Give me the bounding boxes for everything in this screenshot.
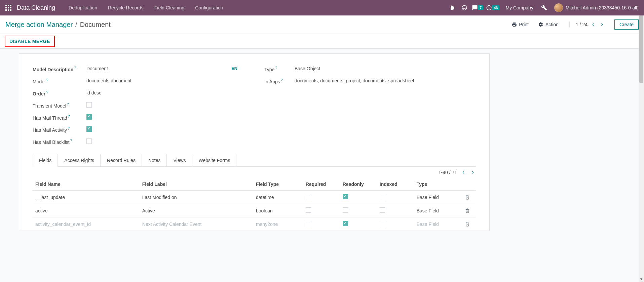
fields-pager-text[interactable]: 1-40 / 71 bbox=[439, 170, 457, 175]
label-type: Type bbox=[264, 67, 274, 72]
value-model-description: Document bbox=[86, 66, 231, 71]
user-menu[interactable]: Mitchell Admin (20333450-16-0-all) bbox=[554, 3, 639, 12]
breadcrumb-link[interactable]: Merge action Manager bbox=[5, 21, 73, 29]
checkbox-cell bbox=[343, 207, 348, 213]
checkbox-transient bbox=[86, 102, 92, 108]
value-type: Base Object bbox=[295, 66, 476, 71]
app-brand[interactable]: Data Cleaning bbox=[17, 4, 55, 11]
action-button[interactable]: Action bbox=[536, 21, 561, 29]
help-icon[interactable]: ? bbox=[275, 66, 277, 70]
company-switcher[interactable]: My Company bbox=[505, 5, 533, 10]
table-row[interactable]: activity_calendar_event_idNext Activity … bbox=[33, 217, 476, 231]
support-icon[interactable] bbox=[460, 3, 469, 12]
help-icon[interactable]: ? bbox=[67, 102, 69, 106]
table-row[interactable]: activeActivebooleanBase Field bbox=[33, 204, 476, 217]
tabs: Fields Access Rights Record Rules Notes … bbox=[33, 154, 476, 167]
checkbox-mail-activity bbox=[86, 126, 92, 132]
status-bar: DISABLE MERGE bbox=[0, 34, 644, 49]
delete-row-button[interactable] bbox=[462, 191, 476, 204]
form-container: Model Description? Document EN Model? do… bbox=[0, 49, 644, 236]
cell-field-type: boolean bbox=[253, 204, 303, 217]
fields-pager-prev[interactable] bbox=[460, 169, 466, 175]
cell-readonly bbox=[340, 204, 377, 217]
svg-rect-6 bbox=[5, 9, 7, 11]
cell-type: Base Field bbox=[414, 217, 462, 231]
fields-table: Field Name Field Label Field Type Requir… bbox=[33, 178, 476, 231]
tab-notes[interactable]: Notes bbox=[142, 154, 167, 167]
pager-text[interactable]: 1 / 24 bbox=[576, 22, 588, 27]
svg-point-10 bbox=[463, 7, 464, 7]
nav-deduplication[interactable]: Deduplication bbox=[65, 5, 101, 10]
action-label: Action bbox=[545, 22, 559, 27]
label-order: Order bbox=[33, 91, 45, 96]
tab-website-forms[interactable]: Website Forms bbox=[192, 154, 237, 167]
apps-icon[interactable] bbox=[5, 5, 11, 11]
svg-rect-4 bbox=[8, 7, 9, 8]
svg-point-11 bbox=[465, 7, 465, 7]
checkbox-cell bbox=[380, 194, 385, 199]
checkbox-mail-thread bbox=[86, 114, 92, 120]
cell-readonly bbox=[340, 217, 377, 231]
th-type[interactable]: Type bbox=[414, 178, 462, 191]
table-row[interactable]: __last_updateLast Modified ondatetimeBas… bbox=[33, 191, 476, 204]
cell-indexed bbox=[377, 191, 414, 204]
help-icon[interactable]: ? bbox=[68, 126, 70, 130]
tab-access-rights[interactable]: Access Rights bbox=[58, 154, 101, 167]
print-button[interactable]: Print bbox=[509, 21, 531, 29]
lang-badge[interactable]: EN bbox=[231, 66, 244, 71]
cell-field-name: __last_update bbox=[33, 191, 140, 204]
scroll-thumb[interactable] bbox=[639, 15, 643, 83]
chevron-left-icon bbox=[461, 170, 465, 174]
debug-icon[interactable] bbox=[448, 3, 457, 12]
nav-field-cleaning[interactable]: Field Cleaning bbox=[150, 5, 189, 10]
help-icon[interactable]: ? bbox=[281, 78, 283, 82]
activities-icon[interactable]: 46 bbox=[486, 3, 499, 12]
tab-fields[interactable]: Fields bbox=[33, 154, 58, 167]
create-button[interactable]: Create bbox=[614, 19, 639, 30]
checkbox-cell bbox=[380, 207, 385, 213]
nav-configuration[interactable]: Configuration bbox=[191, 5, 227, 10]
help-icon[interactable]: ? bbox=[74, 66, 76, 70]
nav-recycle-records[interactable]: Recycle Records bbox=[104, 5, 148, 10]
tab-views[interactable]: Views bbox=[167, 154, 192, 167]
th-field-type[interactable]: Field Type bbox=[253, 178, 303, 191]
cell-required bbox=[303, 204, 340, 217]
checkbox-cell bbox=[306, 194, 311, 199]
th-field-name[interactable]: Field Name bbox=[33, 178, 140, 191]
print-icon bbox=[512, 22, 517, 27]
delete-row-button[interactable] bbox=[462, 204, 476, 217]
vertical-scrollbar[interactable]: ▲ ▼ bbox=[639, 15, 644, 236]
help-icon[interactable]: ? bbox=[68, 114, 70, 118]
delete-row-button[interactable] bbox=[462, 217, 476, 231]
pager-next[interactable] bbox=[599, 22, 605, 28]
help-icon[interactable]: ? bbox=[70, 138, 72, 143]
messages-badge: 7 bbox=[478, 5, 483, 10]
cell-field-type: datetime bbox=[253, 191, 303, 204]
label-model-description: Model Description bbox=[33, 67, 73, 72]
checkbox-cell bbox=[343, 194, 348, 199]
breadcrumb: Merge action Manager / Document bbox=[5, 21, 111, 29]
form-sheet: Model Description? Document EN Model? do… bbox=[19, 53, 490, 231]
top-navbar: Data Cleaning Deduplication Recycle Reco… bbox=[0, 0, 644, 15]
activities-badge: 46 bbox=[492, 5, 499, 10]
fields-pager-next[interactable] bbox=[470, 169, 476, 175]
cell-field-label: Active bbox=[140, 204, 253, 217]
pager-prev[interactable] bbox=[590, 22, 596, 28]
th-indexed[interactable]: Indexed bbox=[377, 178, 414, 191]
help-icon[interactable]: ? bbox=[46, 90, 48, 94]
avatar bbox=[554, 3, 563, 12]
tab-record-rules[interactable]: Record Rules bbox=[101, 154, 142, 167]
cell-required bbox=[303, 217, 340, 231]
svg-rect-3 bbox=[5, 7, 7, 8]
th-readonly[interactable]: Readonly bbox=[340, 178, 377, 191]
tools-icon[interactable] bbox=[539, 3, 549, 12]
user-name: Mitchell Admin (20333450-16-0-all) bbox=[566, 5, 639, 10]
cell-type: Base Field bbox=[414, 191, 462, 204]
disable-merge-button[interactable]: DISABLE MERGE bbox=[5, 36, 55, 47]
th-field-label[interactable]: Field Label bbox=[140, 178, 253, 191]
label-model: Model bbox=[33, 79, 45, 84]
th-required[interactable]: Required bbox=[303, 178, 340, 191]
cell-field-label: Next Activity Calendar Event bbox=[140, 217, 253, 231]
messages-icon[interactable]: 7 bbox=[472, 3, 483, 12]
help-icon[interactable]: ? bbox=[46, 78, 48, 82]
